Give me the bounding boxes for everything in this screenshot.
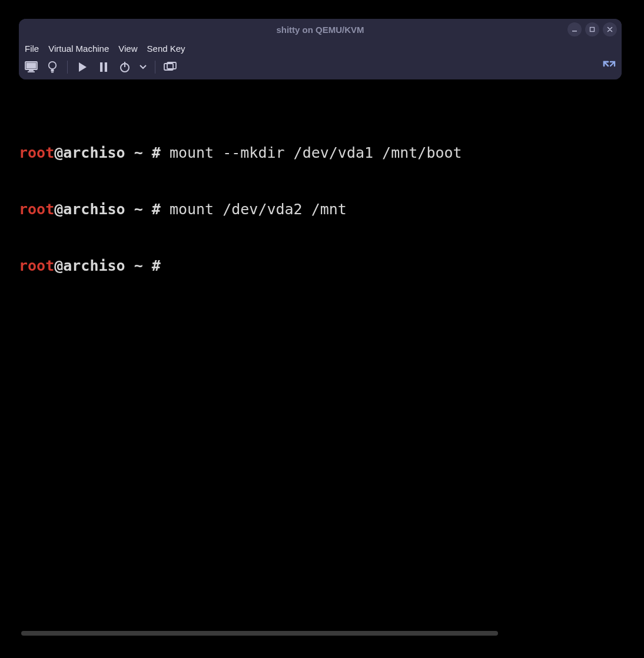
svg-rect-1 [590, 28, 595, 32]
menu-file[interactable]: File [25, 44, 39, 54]
terminal-output[interactable]: root@archiso ~ # mount --mkdir /dev/vda1… [19, 106, 622, 294]
svg-rect-10 [105, 62, 107, 72]
prompt-host: @archiso ~ # [54, 144, 170, 161]
svg-rect-4 [29, 70, 34, 71]
prompt-command: mount /dev/vda2 /mnt [170, 201, 347, 218]
fullscreen-icon[interactable] [602, 59, 617, 75]
menu-virtual-machine[interactable]: Virtual Machine [48, 44, 109, 54]
svg-rect-9 [100, 62, 102, 72]
close-button[interactable] [603, 22, 617, 36]
svg-point-6 [49, 62, 56, 69]
menu-send-key[interactable]: Send Key [147, 44, 185, 54]
maximize-button[interactable] [585, 22, 599, 36]
titlebar[interactable]: shitty on QEMU/KVM [19, 19, 622, 40]
terminal-line: root@archiso ~ # [19, 257, 622, 275]
window-title: shitty on QEMU/KVM [276, 25, 364, 35]
horizontal-scrollbar[interactable] [21, 631, 498, 636]
svg-rect-3 [26, 63, 36, 69]
minimize-button[interactable] [567, 22, 582, 36]
toolbar-separator [155, 61, 155, 74]
prompt-host: @archiso ~ # [54, 201, 170, 218]
svg-rect-0 [572, 31, 577, 32]
prompt-user: root [19, 257, 54, 274]
menubar: File Virtual Machine View Send Key [19, 40, 622, 57]
toolbar [19, 57, 622, 79]
pause-icon[interactable] [96, 59, 111, 75]
chevron-down-icon[interactable] [138, 59, 148, 75]
prompt-command: mount --mkdir /dev/vda1 /mnt/boot [170, 144, 462, 161]
svg-rect-5 [28, 71, 35, 72]
maximize-icon [589, 26, 595, 32]
toolbar-group-snapshot [162, 59, 178, 75]
screenshot-icon[interactable] [162, 59, 178, 75]
window-controls [567, 22, 617, 36]
toolbar-separator [67, 61, 68, 74]
prompt-user: root [19, 201, 54, 218]
close-icon [607, 26, 613, 32]
menu-view[interactable]: View [118, 44, 137, 54]
play-icon[interactable] [75, 59, 90, 75]
toolbar-group-console [24, 59, 60, 75]
terminal-line: root@archiso ~ # mount --mkdir /dev/vda1… [19, 144, 622, 162]
minimize-icon [572, 26, 577, 32]
lightbulb-icon[interactable] [45, 59, 60, 75]
power-icon[interactable] [117, 59, 132, 75]
svg-rect-8 [51, 72, 54, 73]
svg-rect-7 [51, 69, 54, 72]
prompt-user: root [19, 144, 54, 161]
vm-window: shitty on QEMU/KVM File Virtual Machine … [19, 19, 622, 79]
terminal-line: root@archiso ~ # mount /dev/vda2 /mnt [19, 200, 622, 219]
toolbar-group-run [75, 59, 148, 75]
prompt-host: @archiso ~ # [54, 257, 170, 274]
svg-rect-12 [124, 62, 125, 67]
monitor-icon[interactable] [24, 59, 39, 75]
